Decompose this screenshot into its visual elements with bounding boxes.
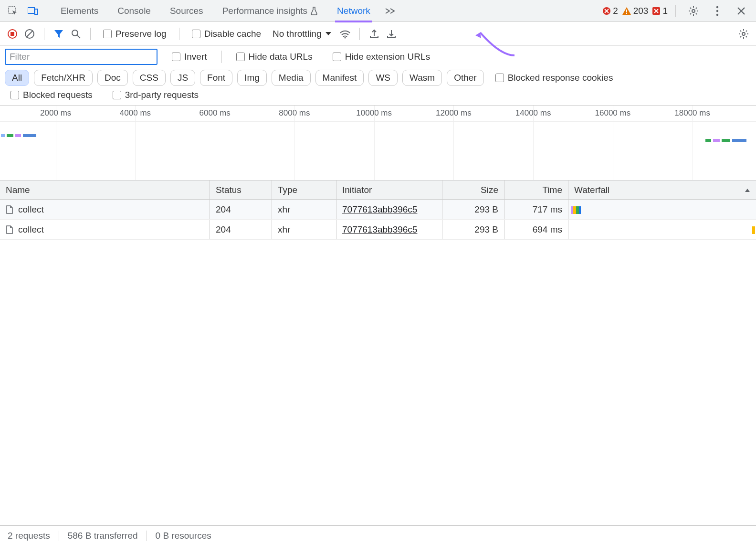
- svg-rect-1: [28, 8, 34, 13]
- hide-data-urls-checkbox[interactable]: Hide data URLs: [236, 52, 313, 62]
- search-icon[interactable]: [68, 26, 84, 42]
- tick-line: [215, 106, 215, 180]
- cell-time: 717 ms: [533, 204, 562, 215]
- device-toolbar-icon[interactable]: [25, 3, 41, 19]
- chip-fetchxhr[interactable]: Fetch/XHR: [34, 70, 93, 86]
- chip-img[interactable]: Img: [237, 70, 267, 86]
- chip-js[interactable]: JS: [170, 70, 195, 86]
- svg-rect-5: [626, 13, 627, 14]
- issues-count[interactable]: 1: [652, 6, 668, 16]
- divider: [147, 531, 147, 541]
- third-party-checkbox[interactable]: 3rd-party requests: [113, 90, 199, 100]
- tab-network[interactable]: Network: [327, 0, 380, 22]
- third-party-label: 3rd-party requests: [125, 90, 199, 100]
- blocked-cookies-checkbox[interactable]: Blocked response cookies: [495, 73, 613, 83]
- cell-status: 204: [216, 204, 231, 215]
- chip-manifest[interactable]: Manifest: [315, 70, 364, 86]
- throttling-select[interactable]: No throttling: [273, 29, 332, 39]
- col-status[interactable]: Status: [210, 181, 272, 199]
- filter-input[interactable]: [5, 49, 158, 65]
- col-name[interactable]: Name: [0, 181, 210, 199]
- preserve-log-checkbox[interactable]: Preserve log: [103, 29, 167, 39]
- error-count[interactable]: 2: [602, 6, 618, 16]
- divider: [675, 5, 676, 17]
- file-icon: [6, 225, 13, 234]
- tab-console[interactable]: Console: [108, 0, 160, 22]
- export-har-icon[interactable]: [367, 26, 382, 42]
- invert-checkbox[interactable]: Invert: [172, 52, 207, 62]
- tab-performance-insights[interactable]: Performance insights: [213, 0, 327, 22]
- cell-initiator[interactable]: 7077613abb396c5: [342, 224, 417, 235]
- chip-other[interactable]: Other: [447, 70, 484, 86]
- error-icon: [602, 7, 611, 15]
- timeline-bar: [713, 139, 720, 142]
- network-conditions-icon[interactable]: [337, 26, 353, 42]
- disable-cache-input[interactable]: [192, 30, 200, 38]
- divider: [59, 531, 59, 541]
- col-label: Time: [542, 185, 562, 195]
- disable-cache-checkbox[interactable]: Disable cache: [192, 29, 261, 39]
- network-timeline[interactable]: 2000 ms4000 ms6000 ms8000 ms10000 ms1200…: [0, 105, 756, 181]
- invert-label: Invert: [184, 52, 207, 62]
- filter-funnel-icon[interactable]: [51, 26, 66, 42]
- table-header: Name Status Type Initiator Size Time Wat…: [0, 181, 756, 200]
- tick-line: [135, 106, 136, 180]
- invert-input[interactable]: [172, 53, 180, 61]
- record-icon[interactable]: [5, 26, 20, 42]
- cell-initiator[interactable]: 7077613abb396c5: [342, 204, 417, 215]
- hide-data-urls-label: Hide data URLs: [249, 52, 313, 62]
- timeline-bar: [23, 134, 36, 137]
- blocked-requests-input[interactable]: [10, 91, 19, 99]
- throttling-value: No throttling: [273, 29, 321, 39]
- col-size[interactable]: Size: [442, 181, 504, 199]
- inspect-element-icon[interactable]: [5, 3, 21, 19]
- col-type[interactable]: Type: [272, 181, 336, 199]
- chevron-down-icon: [325, 32, 332, 36]
- tab-elements[interactable]: Elements: [51, 0, 108, 22]
- disable-cache-label: Disable cache: [204, 29, 261, 39]
- panel-settings-icon[interactable]: [736, 26, 751, 42]
- waterfall-bar: [571, 206, 581, 213]
- more-tabs-icon[interactable]: [382, 3, 398, 19]
- timeline-bar: [732, 139, 746, 142]
- table-row[interactable]: collect204xhr7077613abb396c5293 B694 ms: [0, 220, 756, 240]
- clear-icon[interactable]: [22, 26, 37, 42]
- blocked-requests-checkbox[interactable]: Blocked requests: [10, 90, 93, 100]
- col-initiator[interactable]: Initiator: [336, 181, 442, 199]
- chip-all[interactable]: All: [5, 70, 29, 86]
- timeline-bar: [7, 134, 13, 137]
- tab-label: Elements: [61, 6, 98, 16]
- tick-line: [294, 106, 295, 180]
- preserve-log-label: Preserve log: [116, 29, 167, 39]
- status-transferred: 586 B transferred: [68, 531, 138, 541]
- settings-icon[interactable]: [685, 3, 702, 19]
- chip-doc[interactable]: Doc: [97, 70, 128, 86]
- blocked-cookies-label: Blocked response cookies: [508, 73, 613, 83]
- chip-wasm[interactable]: Wasm: [402, 70, 442, 86]
- chip-font[interactable]: Font: [200, 70, 232, 86]
- divider: [179, 28, 179, 40]
- chip-media[interactable]: Media: [272, 70, 311, 86]
- warning-count[interactable]: 203: [622, 6, 649, 16]
- import-har-icon[interactable]: [384, 26, 399, 42]
- hide-data-urls-input[interactable]: [236, 53, 245, 61]
- blocked-cookies-input[interactable]: [495, 74, 504, 82]
- third-party-input[interactable]: [113, 91, 121, 99]
- tab-label: Sources: [170, 6, 203, 16]
- hide-ext-urls-input[interactable]: [333, 53, 341, 61]
- chip-css[interactable]: CSS: [133, 70, 166, 86]
- table-row[interactable]: collect204xhr7077613abb396c5293 B717 ms: [0, 200, 756, 220]
- tab-sources[interactable]: Sources: [160, 0, 213, 22]
- close-icon[interactable]: [733, 3, 749, 19]
- tab-label: Performance insights: [222, 6, 307, 16]
- hide-ext-urls-checkbox[interactable]: Hide extension URLs: [333, 52, 430, 62]
- cell-size: 293 B: [474, 224, 498, 235]
- menu-dots-icon[interactable]: [709, 3, 725, 19]
- svg-point-17: [345, 37, 346, 38]
- divider: [359, 28, 360, 40]
- svg-point-15: [72, 30, 78, 36]
- preserve-log-input[interactable]: [103, 30, 112, 38]
- col-time[interactable]: Time: [504, 181, 568, 199]
- chip-ws[interactable]: WS: [368, 70, 398, 86]
- col-waterfall[interactable]: Waterfall: [568, 181, 756, 199]
